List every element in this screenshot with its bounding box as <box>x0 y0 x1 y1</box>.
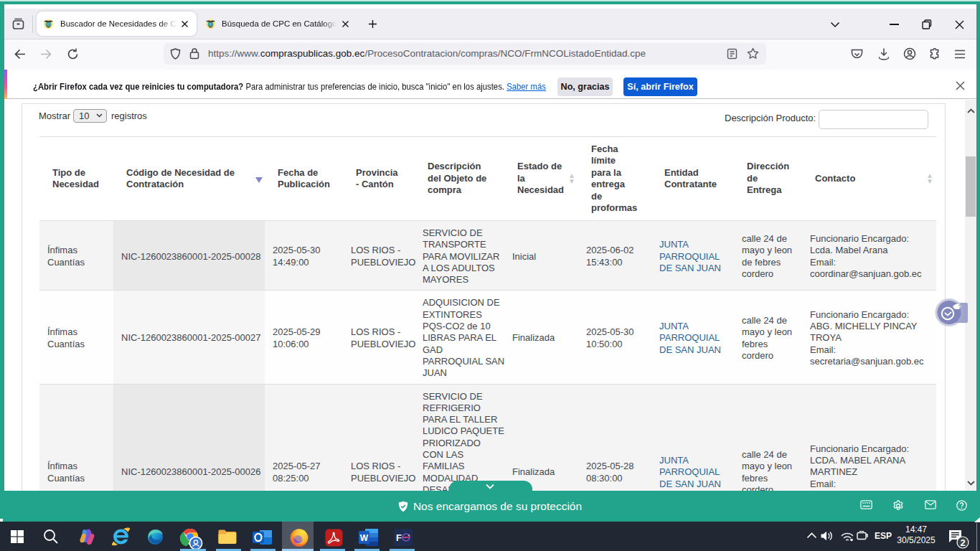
svg-text:F: F <box>396 532 402 543</box>
svg-text:2: 2 <box>960 537 965 548</box>
svg-text:W: W <box>360 533 369 543</box>
